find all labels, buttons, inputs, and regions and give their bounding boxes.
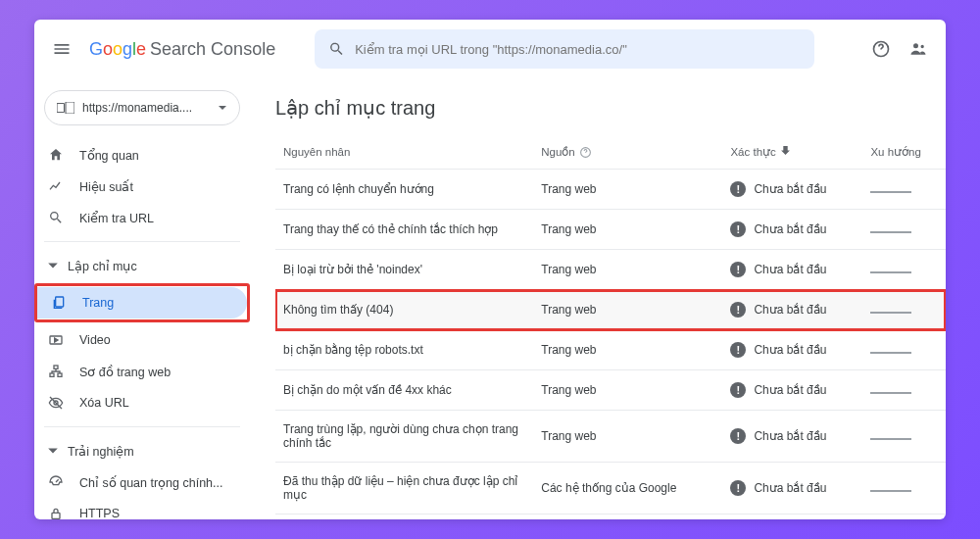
trend-sparkline — [870, 392, 911, 394]
cell-trend — [862, 250, 946, 290]
app-window: Google Search Console https://monamedia.… — [34, 20, 946, 519]
menu-button[interactable] — [50, 37, 74, 61]
hamburger-icon — [52, 39, 72, 59]
sitemap-icon — [48, 364, 64, 379]
section-label: Trải nghiệm — [68, 444, 134, 459]
cell-source: Trang web — [533, 330, 722, 370]
property-domain: https://monamedia.... — [82, 101, 210, 115]
home-icon — [48, 147, 64, 163]
issues-table-wrap: Nguyên nhân Nguồn Xác thực Xu hướng Tran… — [275, 135, 946, 519]
cell-validation: !Chưa bắt đầu — [722, 330, 862, 370]
svg-rect-6 — [54, 366, 58, 368]
nav-label: Chỉ số quan trọng chính... — [79, 475, 222, 490]
table-row[interactable]: Trang thay thế có thẻ chính tắc thích hợ… — [275, 210, 946, 250]
status-label: Chưa bắt đầu — [754, 383, 826, 397]
chart-icon — [48, 178, 64, 194]
status-dot-icon: ! — [730, 342, 746, 358]
nav-label: Kiểm tra URL — [79, 211, 154, 225]
sidebar-item-https[interactable]: HTTPS — [34, 498, 250, 519]
search-icon — [48, 210, 64, 225]
cell-reason: Đã phát hiện thấy – hiện chưa được lập c… — [275, 514, 533, 519]
sidebar-section-experience[interactable]: Trải nghiệm — [44, 435, 240, 466]
cell-trend — [862, 411, 946, 463]
property-selector[interactable]: https://monamedia.... — [44, 90, 240, 125]
search-input[interactable] — [355, 42, 801, 57]
status-label: Chưa bắt đầu — [754, 263, 826, 276]
sidebar-item-video[interactable]: Video — [34, 324, 250, 356]
url-inspect-search[interactable] — [315, 29, 814, 69]
table-row[interactable]: Không tìm thấy (404)Trang web!Chưa bắt đ… — [275, 290, 946, 330]
table-row[interactable]: Đã phát hiện thấy – hiện chưa được lập c… — [275, 514, 946, 519]
account-button[interactable] — [906, 37, 930, 61]
google-logo-icon: Google — [89, 39, 146, 60]
table-header-row: Nguyên nhân Nguồn Xác thực Xu hướng — [275, 135, 946, 170]
nav-label: Sơ đồ trang web — [79, 365, 171, 379]
cell-validation: !Chưa bắt đầu — [722, 463, 862, 514]
col-source[interactable]: Nguồn — [533, 135, 722, 170]
table-row[interactable]: Bị loại trừ bởi thẻ 'noindex'Trang web!C… — [275, 250, 946, 290]
pages-icon — [51, 295, 67, 311]
cell-validation: !Chưa bắt đầu — [722, 411, 862, 463]
cell-reason: Đã thu thập dữ liệu – hiện chưa được lập… — [275, 463, 533, 514]
eye-off-icon — [48, 395, 64, 411]
cell-trend — [862, 210, 946, 250]
status-label: Chưa bắt đầu — [754, 481, 826, 495]
nav-label: Video — [79, 333, 111, 347]
status-dot-icon: ! — [730, 221, 746, 237]
cell-reason: Trang thay thế có thẻ chính tắc thích hợ… — [275, 210, 533, 250]
sidebar-item-url-inspect[interactable]: Kiểm tra URL — [34, 202, 250, 233]
sidebar-item-pages[interactable]: Trang — [37, 287, 247, 318]
cell-reason: Trang có lệnh chuyển hướng — [275, 170, 533, 210]
trend-sparkline — [870, 438, 911, 440]
status-dot-icon: ! — [730, 262, 746, 277]
sidebar-section-indexing[interactable]: Lập chỉ mục — [44, 250, 240, 281]
status-label: Chưa bắt đầu — [754, 222, 826, 236]
svg-rect-8 — [58, 373, 62, 376]
cell-source: Trang web — [533, 210, 722, 250]
svg-rect-3 — [66, 102, 74, 114]
logo: Google Search Console — [89, 39, 275, 60]
table-row[interactable]: Đã thu thập dữ liệu – hiện chưa được lập… — [275, 463, 946, 514]
cell-reason: Bị chặn do một vấn đề 4xx khác — [275, 370, 533, 411]
topbar-actions — [869, 37, 930, 61]
cell-reason: bị chặn bằng tệp robots.txt — [275, 330, 533, 370]
sidebar-item-sitemaps[interactable]: Sơ đồ trang web — [34, 356, 250, 387]
nav-label: Tổng quan — [79, 148, 139, 163]
main-content: Lập chỉ mục trang Nguyên nhân Nguồn Xác … — [250, 78, 946, 519]
sidebar-item-cwv[interactable]: Chỉ số quan trọng chính... — [34, 466, 250, 498]
col-trend[interactable]: Xu hướng — [862, 135, 946, 170]
search-icon — [328, 40, 345, 58]
table-row[interactable]: bị chặn bằng tệp robots.txtTrang web!Chư… — [275, 330, 946, 370]
table-row[interactable]: Trang có lệnh chuyển hướngTrang web!Chưa… — [275, 170, 946, 210]
cell-validation: !Chưa bắt đầu — [722, 170, 862, 210]
sidebar-item-performance[interactable]: Hiệu suất — [34, 171, 250, 202]
trend-sparkline — [870, 231, 911, 233]
cell-source: Trang web — [533, 170, 722, 210]
cell-source: Trang web — [533, 370, 722, 411]
cell-validation: !Chưa bắt đầu — [722, 290, 862, 330]
trend-sparkline — [870, 312, 911, 314]
table-row[interactable]: Trang trùng lặp, người dùng chưa chọn tr… — [275, 411, 946, 463]
video-icon — [48, 332, 64, 348]
chevron-down-icon — [46, 260, 60, 271]
svg-rect-10 — [52, 513, 60, 518]
body: https://monamedia.... Tổng quan Hiệu suấ… — [34, 78, 946, 519]
status-label: Chưa bắt đầu — [754, 303, 826, 317]
status-label: Chưa bắt đầu — [754, 182, 826, 196]
status-dot-icon: ! — [730, 382, 746, 398]
status-label: Chưa bắt đầu — [754, 429, 826, 443]
table-row[interactable]: Bị chặn do một vấn đề 4xx khácTrang web!… — [275, 370, 946, 411]
lock-icon — [48, 506, 64, 519]
people-icon — [908, 39, 928, 59]
col-validation[interactable]: Xác thực — [722, 135, 862, 170]
cell-validation: !Chưa bắt đầu — [722, 514, 862, 519]
help-button[interactable] — [869, 37, 893, 61]
issues-table: Nguyên nhân Nguồn Xác thực Xu hướng Tran… — [275, 135, 946, 519]
divider — [44, 241, 240, 242]
cell-reason: Trang trùng lặp, người dùng chưa chọn tr… — [275, 411, 533, 463]
sidebar-item-overview[interactable]: Tổng quan — [34, 139, 250, 171]
cell-validation: !Chưa bắt đầu — [722, 210, 862, 250]
divider — [44, 426, 240, 427]
sidebar-item-removals[interactable]: Xóa URL — [34, 387, 250, 418]
col-reason[interactable]: Nguyên nhân — [275, 135, 533, 170]
